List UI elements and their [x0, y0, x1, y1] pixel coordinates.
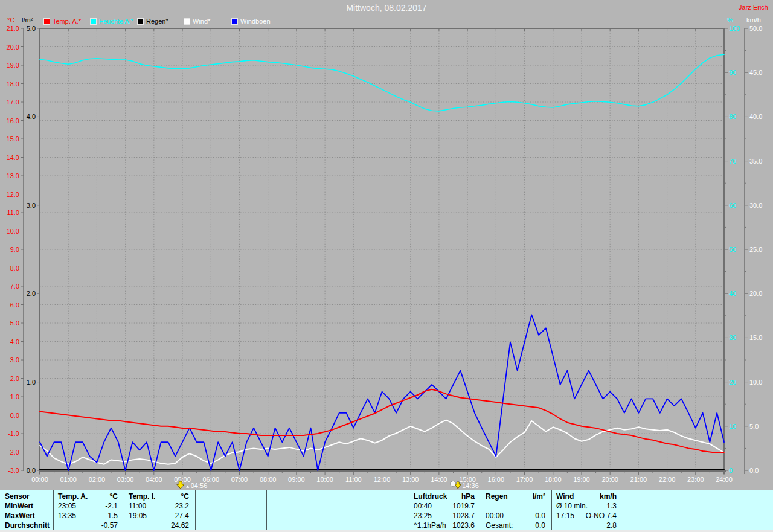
- svg-text:1.0: 1.0: [27, 379, 36, 386]
- stat-header: Windkm/h: [556, 492, 617, 501]
- stat-cell: 2.8: [556, 521, 617, 530]
- series-temp: [40, 389, 724, 453]
- svg-text:4.0: 4.0: [27, 113, 36, 120]
- svg-text:11.0: 11.0: [7, 209, 19, 216]
- svg-text:1.0: 1.0: [10, 393, 19, 400]
- stat-cell: 23:251028.7: [414, 511, 475, 521]
- svg-text:04:56: 04:56: [191, 482, 208, 489]
- stat-column-wind: Windkm/hØ 10 min.1.317:15O-NO 7.42.8: [556, 492, 617, 530]
- svg-text:09:00: 09:00: [288, 476, 305, 483]
- svg-text:11:00: 11:00: [345, 476, 362, 483]
- stat-row-label: Sensor: [5, 492, 50, 501]
- series-humidity-line: [40, 54, 724, 111]
- svg-text:8.0: 8.0: [10, 264, 19, 272]
- svg-text:13.0: 13.0: [7, 172, 19, 179]
- svg-text:10: 10: [729, 423, 736, 430]
- svg-text:14:00: 14:00: [431, 476, 447, 483]
- stat-row-label: MinWert: [5, 501, 50, 511]
- svg-text:2.0: 2.0: [27, 290, 36, 297]
- svg-text:21.0: 21.0: [7, 25, 19, 32]
- table-column-separator: [124, 490, 124, 531]
- series-temp-line: [40, 389, 724, 453]
- svg-text:18:00: 18:00: [545, 476, 562, 483]
- stat-cell: [200, 501, 260, 511]
- stat-cell: [271, 511, 332, 521]
- table-column-separator: [53, 490, 54, 531]
- svg-text:19:00: 19:00: [573, 476, 590, 483]
- svg-text:03:00: 03:00: [117, 476, 134, 483]
- svg-text:50: 50: [729, 246, 736, 253]
- temp-axis: -3.0-2.0-1.00.01.02.03.04.05.06.07.08.09…: [7, 25, 24, 474]
- svg-text:7.0: 7.0: [10, 283, 19, 290]
- table-column-separator: [481, 490, 481, 531]
- svg-text:15.0: 15.0: [7, 135, 19, 143]
- stat-header: [271, 492, 332, 501]
- svg-text:40.0: 40.0: [749, 113, 762, 120]
- svg-text:19.0: 19.0: [7, 62, 19, 69]
- svg-text:4.0: 4.0: [10, 338, 19, 345]
- svg-text:100: 100: [729, 25, 740, 32]
- svg-text:12.0: 12.0: [7, 191, 19, 198]
- stat-header: Temp. I.°C: [129, 492, 189, 501]
- stat-cell: Ø 10 min.1.3: [556, 501, 617, 511]
- wind-axis: 0.05.010.015.020.025.030.035.040.045.050…: [745, 25, 762, 474]
- table-row-labels: SensorMinWertMaxWertDurchschnitt: [5, 492, 50, 530]
- stat-column: [200, 492, 260, 530]
- chart-plot-area: -3.0-2.0-1.00.01.02.03.04.05.06.07.08.09…: [0, 0, 773, 490]
- stat-cell: [342, 521, 403, 530]
- svg-text:17.0: 17.0: [7, 98, 19, 106]
- svg-text:07:00: 07:00: [231, 476, 248, 483]
- stat-column: [342, 492, 403, 530]
- table-column-separator: [266, 490, 267, 531]
- svg-text:18.0: 18.0: [7, 80, 19, 88]
- svg-text:80: 80: [729, 113, 736, 120]
- stat-cell: [271, 501, 332, 511]
- stat-cell: [342, 511, 403, 521]
- svg-text:12:00: 12:00: [374, 476, 391, 483]
- svg-text:20.0: 20.0: [7, 43, 19, 51]
- svg-text:17:00: 17:00: [516, 476, 533, 483]
- table-column-separator: [195, 490, 196, 531]
- stat-row-label: MaxWert: [5, 511, 50, 521]
- stat-cell: [271, 521, 332, 530]
- svg-text:30.0: 30.0: [749, 202, 762, 209]
- stats-table: SensorMinWertMaxWertDurchschnittTemp. A.…: [0, 490, 773, 531]
- svg-text:10:00: 10:00: [316, 476, 333, 483]
- stat-cell: ^1.1hPa/h1023.6: [414, 521, 475, 530]
- svg-text:20.0: 20.0: [749, 290, 762, 297]
- stat-row-label: Durchschnitt: [5, 521, 50, 530]
- stat-cell: 17:15O-NO 7.4: [556, 511, 617, 521]
- svg-text:05:00: 05:00: [174, 476, 191, 483]
- stat-cell: -0.57: [58, 521, 118, 530]
- series-humidity: [40, 54, 724, 111]
- chart-frame: [24, 28, 745, 474]
- svg-text:5.0: 5.0: [27, 25, 36, 32]
- svg-text:6.0: 6.0: [10, 301, 19, 309]
- svg-text:3.0: 3.0: [10, 356, 19, 364]
- svg-text:00:00: 00:00: [31, 476, 48, 483]
- table-column-separator: [551, 490, 552, 531]
- stat-cell: 00:000.0: [486, 511, 545, 521]
- svg-text:14:36: 14:36: [462, 482, 479, 489]
- svg-text:35.0: 35.0: [749, 158, 762, 165]
- weather-chart-window: Mittwoch, 08.02.2017 Jarz Erich °C l/m² …: [0, 0, 773, 532]
- stat-column-temp-a: Temp. A.°C23:05-2.113:351.5-0.57: [58, 492, 118, 530]
- stat-header: Temp. A.°C: [58, 492, 118, 501]
- svg-text:20: 20: [729, 379, 736, 386]
- svg-text:-3.0: -3.0: [8, 467, 19, 474]
- svg-text:04:00: 04:00: [146, 476, 162, 483]
- svg-text:5.0: 5.0: [10, 319, 19, 327]
- svg-text:90: 90: [729, 69, 736, 76]
- stat-header: [200, 492, 260, 501]
- stat-cell: 24.62: [129, 521, 189, 530]
- svg-text:25.0: 25.0: [749, 246, 762, 253]
- stat-cell: 00:401019.7: [414, 501, 475, 511]
- svg-text:5.0: 5.0: [749, 423, 759, 430]
- svg-text:22:00: 22:00: [659, 476, 676, 483]
- stat-cell: 11:0023.2: [129, 501, 189, 511]
- svg-text:10.0: 10.0: [749, 379, 762, 386]
- stat-cell: 19:0527.4: [129, 511, 189, 521]
- svg-text:3.0: 3.0: [27, 202, 36, 209]
- svg-text:24:00: 24:00: [716, 476, 733, 483]
- svg-text:15.0: 15.0: [749, 334, 762, 341]
